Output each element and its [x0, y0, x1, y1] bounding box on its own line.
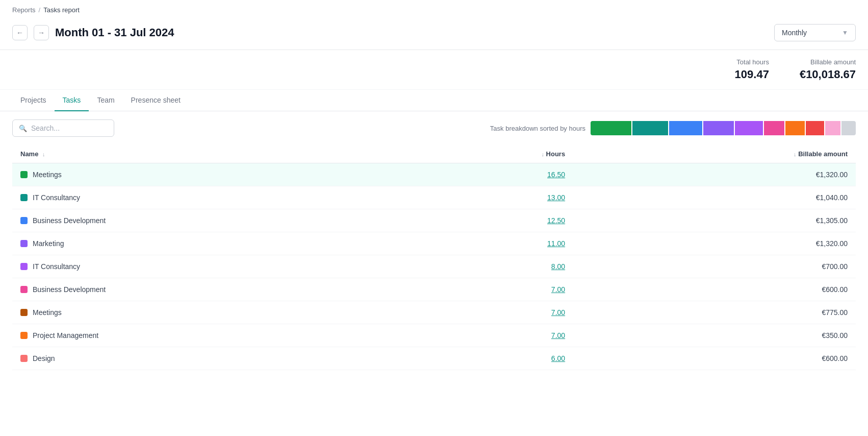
search-icon: 🔍 — [19, 125, 27, 132]
task-name-cell: Meetings — [12, 163, 409, 186]
task-hours-link[interactable]: 7.00 — [551, 331, 565, 340]
task-hours-cell: 7.00 — [409, 278, 573, 301]
chevron-down-icon: ▼ — [842, 29, 848, 36]
task-hours-link[interactable]: 6.00 — [551, 354, 565, 362]
task-hours-link[interactable]: 16.50 — [547, 171, 565, 179]
task-name: IT Consultancy — [33, 262, 80, 271]
breakdown-bar — [591, 121, 856, 135]
task-name-cell: Business Development — [12, 209, 409, 232]
task-hours-cell: 16.50 — [409, 163, 573, 186]
sort-icon-name: ↓ — [42, 151, 45, 157]
period-select-label: Monthly — [782, 29, 807, 37]
segment-8 — [806, 121, 824, 135]
header-row: ← → Month 01 - 31 Jul 2024 Monthly ▼ — [12, 20, 856, 50]
next-period-button[interactable]: → — [34, 25, 49, 40]
table-row: Project Management 7.00 €350.00 — [12, 324, 856, 347]
table-row: Meetings 7.00 €775.00 — [12, 301, 856, 324]
table-row: IT Consultancy 8.00 €700.00 — [12, 255, 856, 278]
task-billable-cell: €1,040.00 — [573, 186, 856, 209]
task-hours-cell: 13.00 — [409, 186, 573, 209]
task-color-dot — [20, 171, 28, 178]
col-billable[interactable]: ↓ Billable amount — [573, 145, 856, 163]
prev-period-button[interactable]: ← — [12, 25, 28, 40]
task-name-cell: IT Consultancy — [12, 186, 409, 209]
task-name: IT Consultancy — [33, 193, 80, 202]
task-name-cell: IT Consultancy — [12, 255, 409, 278]
task-billable-cell: €700.00 — [573, 255, 856, 278]
task-billable-cell: €600.00 — [573, 347, 856, 370]
task-hours-link[interactable]: 13.00 — [547, 193, 565, 202]
task-color-dot — [20, 217, 28, 224]
table-row: IT Consultancy 13.00 €1,040.00 — [12, 186, 856, 209]
task-billable-cell: €600.00 — [573, 278, 856, 301]
task-hours-link[interactable]: 8.00 — [551, 262, 565, 271]
sort-icon-hours: ↓ — [541, 151, 544, 157]
task-color-dot — [20, 309, 28, 316]
task-name: Project Management — [33, 331, 98, 340]
task-color-dot — [20, 286, 28, 293]
task-hours-cell: 6.00 — [409, 347, 573, 370]
table-row: Business Development 7.00 €600.00 — [12, 278, 856, 301]
task-hours-cell: 12.50 — [409, 209, 573, 232]
table-row: Design 6.00 €600.00 — [12, 347, 856, 370]
task-hours-link[interactable]: 11.00 — [547, 239, 565, 248]
breadcrumb-current: Tasks report — [43, 6, 80, 14]
task-name-cell: Project Management — [12, 324, 409, 347]
table-row: Marketing 11.00 €1,320.00 — [12, 232, 856, 255]
tab-projects[interactable]: Projects — [12, 90, 55, 111]
page-title: Month 01 - 31 Jul 2024 — [55, 26, 174, 39]
header-left: ← → Month 01 - 31 Jul 2024 — [12, 25, 174, 40]
task-name: Meetings — [33, 308, 62, 317]
segment-6 — [764, 121, 784, 135]
table-container: Name ↓ ↓ Hours ↓ Billable amount Meeting… — [0, 145, 868, 370]
task-hours-link[interactable]: 7.00 — [551, 285, 565, 294]
segment-2 — [632, 121, 668, 135]
task-name: Business Development — [33, 285, 106, 294]
stats-row: Total hours 109.47 Billable amount €10,0… — [0, 50, 868, 90]
task-name: Business Development — [33, 216, 106, 225]
task-name-cell: Business Development — [12, 278, 409, 301]
breakdown-label: Task breakdown sorted by hours — [490, 125, 585, 132]
period-select-dropdown[interactable]: Monthly ▼ — [774, 24, 856, 41]
task-hours-cell: 8.00 — [409, 255, 573, 278]
tab-presence-sheet[interactable]: Presence sheet — [123, 90, 189, 111]
task-hours-cell: 7.00 — [409, 301, 573, 324]
task-billable-cell: €1,320.00 — [573, 163, 856, 186]
task-name-cell: Marketing — [12, 232, 409, 255]
search-box[interactable]: 🔍 — [12, 119, 114, 137]
table-row: Meetings 16.50 €1,320.00 — [12, 163, 856, 186]
task-color-dot — [20, 332, 28, 339]
segment-7 — [785, 121, 805, 135]
task-billable-cell: €350.00 — [573, 324, 856, 347]
search-input[interactable] — [31, 124, 108, 132]
task-billable-cell: €775.00 — [573, 301, 856, 324]
task-billable-cell: €1,320.00 — [573, 232, 856, 255]
task-hours-cell: 11.00 — [409, 232, 573, 255]
breakdown-row: Task breakdown sorted by hours — [490, 121, 856, 135]
segment-4 — [703, 121, 734, 135]
task-name-cell: Design — [12, 347, 409, 370]
billable-amount-value: €10,018.67 — [800, 68, 856, 81]
task-hours-link[interactable]: 12.50 — [547, 216, 565, 225]
col-name[interactable]: Name ↓ — [12, 145, 409, 163]
sort-icon-billable: ↓ — [794, 151, 797, 157]
segment-9 — [825, 121, 840, 135]
tab-team[interactable]: Team — [89, 90, 122, 111]
segment-1 — [591, 121, 631, 135]
task-hours-cell: 7.00 — [409, 324, 573, 347]
billable-amount-label: Billable amount — [800, 58, 856, 66]
segment-10 — [841, 121, 856, 135]
task-name: Meetings — [33, 171, 62, 179]
tab-tasks[interactable]: Tasks — [55, 90, 89, 111]
table-row: Business Development 12.50 €1,305.00 — [12, 209, 856, 232]
total-hours-stat: Total hours 109.47 — [735, 58, 769, 81]
task-name: Design — [33, 354, 55, 362]
task-hours-link[interactable]: 7.00 — [551, 308, 565, 317]
task-name-cell: Meetings — [12, 301, 409, 324]
col-hours[interactable]: ↓ Hours — [409, 145, 573, 163]
segment-3 — [669, 121, 702, 135]
toolbar-row: 🔍 Task breakdown sorted by hours — [0, 111, 868, 145]
breadcrumb-reports[interactable]: Reports — [12, 6, 36, 14]
total-hours-label: Total hours — [735, 58, 769, 66]
task-name: Marketing — [33, 239, 64, 248]
